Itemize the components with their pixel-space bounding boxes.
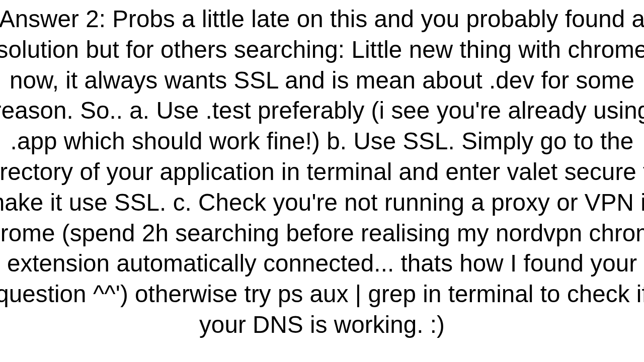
- answer-text: Answer 2: Probs a little late on this an…: [0, 4, 644, 340]
